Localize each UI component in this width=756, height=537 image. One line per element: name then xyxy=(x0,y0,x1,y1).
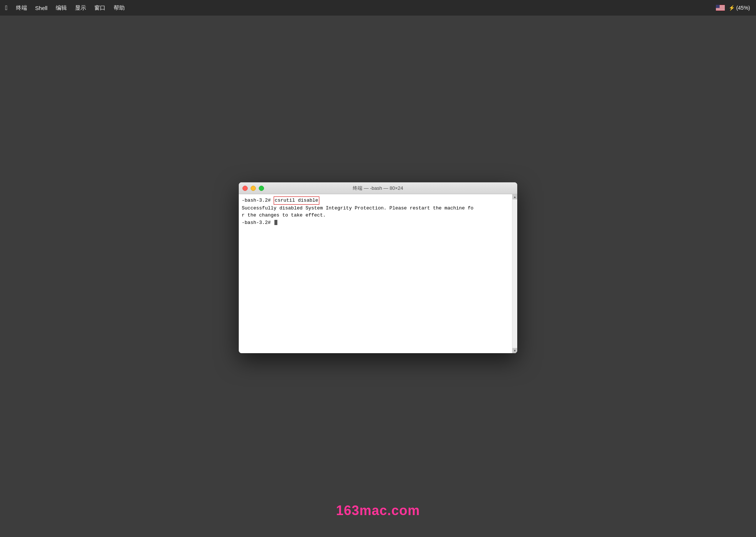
command-highlighted: csrutil disable xyxy=(274,196,319,205)
menu-item-edit[interactable]: 编辑 xyxy=(56,4,67,12)
svg-rect-4 xyxy=(716,8,725,9)
terminal-scrollbar[interactable]: ▲ ▼ xyxy=(512,194,517,353)
close-button[interactable] xyxy=(242,186,248,191)
terminal-line-1: -bash-3.2# csrutil disable xyxy=(242,196,514,205)
language-flag-icon xyxy=(716,5,725,11)
scrollbar-up-arrow[interactable]: ▲ xyxy=(512,194,517,199)
menu-item-terminal[interactable]: 终端 xyxy=(16,4,27,12)
desktop: 终端 — -bash — 80×24 -bash-3.2# csrutil di… xyxy=(0,16,756,537)
svg-rect-7 xyxy=(716,5,720,8)
svg-rect-6 xyxy=(716,10,725,10)
svg-rect-5 xyxy=(716,9,725,9)
prompt-2: -bash-3.2# xyxy=(242,219,274,227)
traffic-lights xyxy=(242,186,264,191)
menubar-left:  终端 Shell 编辑 显示 窗口 帮助 xyxy=(5,4,125,12)
terminal-window: 终端 — -bash — 80×24 -bash-3.2# csrutil di… xyxy=(239,182,517,353)
battery-status: ⚡ (45%) xyxy=(729,5,750,11)
maximize-button[interactable] xyxy=(259,186,264,191)
prompt-1: -bash-3.2# xyxy=(242,197,274,204)
apple-menu[interactable]:  xyxy=(5,4,8,12)
menu-item-help[interactable]: 帮助 xyxy=(114,4,125,12)
terminal-line-3: -bash-3.2# xyxy=(242,219,514,227)
terminal-output: Successfully disabled System Integrity P… xyxy=(242,205,514,219)
menu-item-shell[interactable]: Shell xyxy=(35,5,48,11)
scrollbar-track xyxy=(512,199,517,348)
menubar-right: ⚡ (45%) xyxy=(716,0,750,16)
menubar:  终端 Shell 编辑 显示 窗口 帮助 ⚡ (45%) xyxy=(0,0,756,16)
watermark: 163mac.com xyxy=(336,503,420,518)
terminal-content[interactable]: -bash-3.2# csrutil disable Successfully … xyxy=(239,194,517,353)
minimize-button[interactable] xyxy=(251,186,256,191)
menu-item-view[interactable]: 显示 xyxy=(75,4,86,12)
title-bar: 终端 — -bash — 80×24 xyxy=(239,182,517,194)
scrollbar-down-arrow[interactable]: ▼ xyxy=(512,348,517,353)
cursor xyxy=(274,220,277,225)
window-title: 终端 — -bash — 80×24 xyxy=(353,185,403,192)
menu-item-window[interactable]: 窗口 xyxy=(94,4,105,12)
output-text: Successfully disabled System Integrity P… xyxy=(242,205,473,218)
